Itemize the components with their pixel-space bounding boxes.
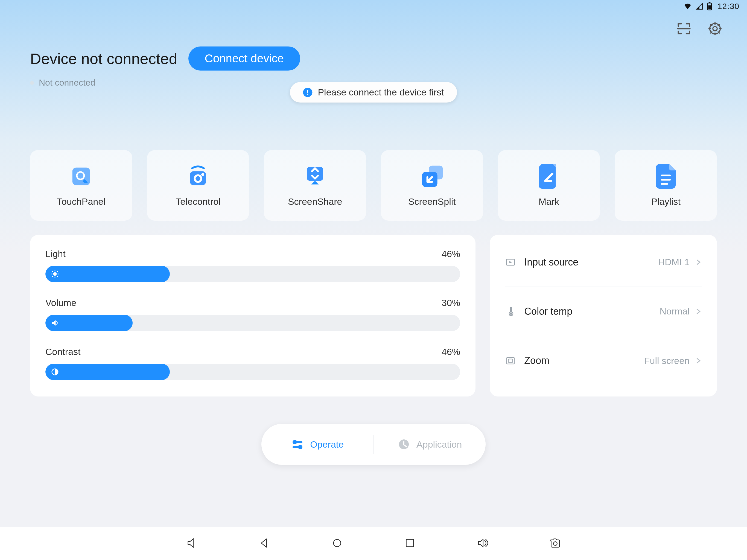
svg-line-22 <box>52 271 53 272</box>
svg-line-24 <box>52 276 53 277</box>
zoom-icon <box>505 355 516 366</box>
tile-playlist[interactable]: Playlist <box>615 150 717 221</box>
nav-recent-icon[interactable] <box>404 537 416 551</box>
screensplit-icon <box>420 164 444 189</box>
system-nav-bar <box>0 527 747 560</box>
connect-toast: Please connect the device first <box>290 82 457 103</box>
svg-rect-1 <box>709 2 711 3</box>
svg-rect-8 <box>190 171 206 185</box>
svg-rect-34 <box>292 446 299 448</box>
tile-screensplit[interactable]: ScreenSplit <box>381 150 483 221</box>
light-slider-fill <box>45 266 170 282</box>
light-label: Light <box>45 249 66 259</box>
svg-rect-29 <box>507 357 514 364</box>
tab-label: Operate <box>310 439 344 450</box>
volume-slider[interactable] <box>45 315 460 331</box>
setting-value: Normal <box>660 306 690 316</box>
status-bar: 12:30 <box>684 2 739 11</box>
setting-color-temp[interactable]: Color temp Normal <box>505 287 702 336</box>
svg-line-23 <box>57 276 58 277</box>
color-temp-icon <box>505 306 516 317</box>
operate-icon <box>291 438 304 451</box>
svg-rect-30 <box>508 359 513 362</box>
page-title: Device not connected <box>30 50 177 68</box>
volume-label: Volume <box>45 298 76 308</box>
settings-icon[interactable] <box>707 21 722 37</box>
tile-label: Mark <box>539 196 560 207</box>
svg-point-10 <box>202 173 205 176</box>
contrast-slider-fill <box>45 364 170 380</box>
tile-label: ScreenShare <box>288 196 342 207</box>
light-slider[interactable] <box>45 266 460 282</box>
tile-label: Telecontrol <box>176 196 221 207</box>
volume-icon <box>51 319 59 327</box>
svg-point-5 <box>710 24 720 34</box>
signal-icon <box>696 3 703 10</box>
quick-settings-card: Input source HDMI 1 Color temp Normal <box>490 235 717 397</box>
tile-telecontrol[interactable]: Telecontrol <box>147 150 249 221</box>
setting-label: Color temp <box>524 306 572 317</box>
chevron-right-icon <box>695 357 702 364</box>
contrast-icon <box>51 368 59 376</box>
chevron-right-icon <box>695 259 702 266</box>
scan-icon[interactable] <box>676 21 691 37</box>
nav-screenshot-icon[interactable] <box>549 537 562 551</box>
clock-text: 12:30 <box>718 2 739 11</box>
svg-point-31 <box>292 440 297 444</box>
svg-point-28 <box>510 312 512 315</box>
contrast-label: Contrast <box>45 347 81 357</box>
svg-rect-2 <box>708 5 711 9</box>
touchpanel-icon <box>69 164 94 189</box>
connection-status-text: Not connected <box>39 78 95 88</box>
svg-rect-16 <box>661 183 668 184</box>
screenshare-icon <box>303 164 327 189</box>
svg-point-17 <box>53 272 57 276</box>
svg-point-37 <box>553 542 557 545</box>
connect-device-button[interactable]: Connect device <box>188 47 301 71</box>
svg-rect-14 <box>661 175 671 176</box>
tab-label: Application <box>416 439 462 450</box>
light-value: 46% <box>442 249 460 259</box>
nav-volume-icon[interactable] <box>185 537 198 551</box>
setting-value: HDMI 1 <box>658 257 690 268</box>
status-dot <box>30 81 34 85</box>
display-controls-card: Light 46% Volume 30% <box>30 235 475 397</box>
volume-slider-fill <box>45 315 133 331</box>
tile-screenshare[interactable]: ScreenShare <box>264 150 366 221</box>
playlist-icon <box>653 164 678 189</box>
svg-rect-32 <box>297 441 302 443</box>
mark-icon <box>537 164 561 189</box>
input-source-icon <box>505 257 516 268</box>
setting-input-source[interactable]: Input source HDMI 1 <box>505 238 702 287</box>
battery-icon <box>707 2 712 10</box>
tab-application[interactable]: Application <box>374 438 486 451</box>
tile-label: Playlist <box>651 196 680 207</box>
brightness-icon <box>51 270 59 278</box>
svg-rect-36 <box>406 539 414 547</box>
nav-sound-icon[interactable] <box>476 537 489 551</box>
alert-icon <box>303 88 312 97</box>
nav-back-icon[interactable] <box>258 537 271 551</box>
nav-home-icon[interactable] <box>331 537 343 551</box>
toast-text: Please connect the device first <box>318 87 444 98</box>
svg-point-4 <box>713 27 717 31</box>
tile-label: ScreenSplit <box>408 196 456 207</box>
tab-operate[interactable]: Operate <box>261 438 374 451</box>
chevron-right-icon <box>695 308 702 315</box>
svg-point-33 <box>298 445 302 449</box>
contrast-value: 46% <box>442 347 460 357</box>
bottom-tab-bar: Operate Application <box>261 424 486 465</box>
volume-value: 30% <box>442 298 460 308</box>
setting-label: Input source <box>524 256 578 268</box>
telecontrol-icon <box>186 164 210 189</box>
svg-rect-15 <box>661 179 671 180</box>
svg-point-35 <box>334 539 341 547</box>
setting-zoom[interactable]: Zoom Full screen <box>505 336 702 385</box>
contrast-slider[interactable] <box>45 364 460 380</box>
tile-mark[interactable]: Mark <box>498 150 600 221</box>
wifi-icon <box>684 3 692 9</box>
svg-line-25 <box>57 271 58 272</box>
tile-touchpanel[interactable]: TouchPanel <box>30 150 132 221</box>
tile-label: TouchPanel <box>57 196 106 207</box>
application-icon <box>397 438 410 451</box>
